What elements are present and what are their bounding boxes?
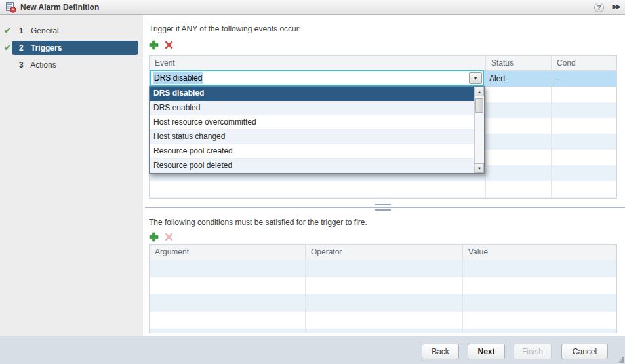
help-icon[interactable]: ? (594, 3, 604, 12)
wizard-steps-sidebar: ✔ 1 General ✔ 2 Triggers 3 Actions (0, 15, 143, 336)
add-trigger-button[interactable] (149, 40, 159, 50)
dialog-footer: Back Next Finish Cancel (0, 336, 625, 364)
event-combobox[interactable]: DRS disabled ▼ (150, 70, 484, 86)
events-instruction: Trigger if ANY of the following events o… (149, 24, 301, 33)
step-label: Triggers (31, 43, 62, 52)
add-condition-button[interactable] (149, 232, 159, 242)
combobox-dropdown-button[interactable]: ▼ (469, 72, 482, 84)
chevron-down-icon: ▼ (470, 73, 481, 84)
step-general[interactable]: ✔ 1 General (12, 24, 138, 38)
event-dropdown-list: DRS disabled DRS enabled Host resource o… (149, 86, 485, 174)
empty-row (150, 329, 616, 333)
check-icon: ✔ (4, 41, 14, 55)
conditions-instruction: The following conditions must be satisfi… (149, 218, 367, 227)
splitter-handle[interactable] (375, 209, 391, 211)
dropdown-option[interactable]: Resource pool created (150, 144, 474, 159)
empty-row (150, 197, 616, 199)
empty-row (150, 312, 616, 329)
conditions-table-header: Argument Operator Value (150, 245, 616, 260)
step-number: 1 (19, 26, 24, 35)
alarm-definition-icon (5, 2, 16, 13)
conditions-table: Argument Operator Value (149, 244, 617, 333)
remove-trigger-button[interactable] (165, 41, 173, 49)
dialog-titlebar: New Alarm Definition ? ▶▶ (0, 0, 625, 15)
back-button[interactable]: Back (422, 344, 459, 359)
step-actions[interactable]: 3 Actions (12, 58, 138, 72)
cond-cell: -- (552, 71, 616, 87)
check-icon: ✔ (4, 24, 14, 38)
step-triggers[interactable]: ✔ 2 Triggers (12, 41, 138, 55)
step-number: 3 (19, 60, 24, 70)
splitter-handle[interactable] (375, 204, 391, 205)
column-header-status: Status (486, 56, 552, 70)
empty-row (150, 260, 616, 277)
column-header-cond: Cond (552, 56, 616, 70)
next-button[interactable]: Next (468, 344, 505, 359)
scroll-up-button[interactable]: ▲ (475, 87, 484, 96)
splitter-line[interactable] (145, 207, 625, 208)
finish-button: Finish (514, 344, 552, 359)
combobox-value: DRS disabled (153, 72, 203, 84)
empty-row (150, 277, 616, 294)
status-cell: Alert (486, 71, 552, 87)
dropdown-option[interactable]: DRS enabled (150, 101, 474, 115)
scrollbar-thumb[interactable] (475, 98, 483, 113)
step-number: 2 (19, 43, 24, 52)
cancel-button[interactable]: Cancel (561, 344, 608, 359)
dropdown-option[interactable]: DRS disabled (150, 87, 474, 101)
dropdown-option[interactable]: Host resource overcommitted (150, 115, 474, 130)
combobox-text: DRS disabled (151, 71, 483, 85)
empty-row (150, 294, 616, 312)
dropdown-option[interactable]: Resource pool deleted (150, 159, 474, 173)
column-header-value: Value (463, 245, 616, 260)
new-alarm-definition-dialog: New Alarm Definition ? ▶▶ ✔ 1 General ✔ … (0, 0, 625, 364)
empty-row (150, 181, 616, 197)
resize-grip[interactable] (617, 356, 624, 363)
double-arrow-icon[interactable]: ▶▶ (613, 3, 620, 10)
dropdown-option[interactable]: Host status changed (150, 130, 474, 144)
step-label: Actions (30, 60, 56, 70)
column-header-argument: Argument (150, 245, 306, 260)
column-header-operator: Operator (306, 245, 463, 260)
events-table-header: Event Status Cond (150, 56, 616, 71)
dropdown-scrollbar[interactable]: ▲ ▼ (474, 87, 484, 173)
remove-condition-button (165, 233, 173, 241)
column-header-event: Event (150, 56, 486, 70)
dialog-title: New Alarm Definition (20, 0, 99, 14)
step-label: General (31, 26, 59, 35)
scroll-down-button[interactable]: ▼ (475, 163, 484, 173)
